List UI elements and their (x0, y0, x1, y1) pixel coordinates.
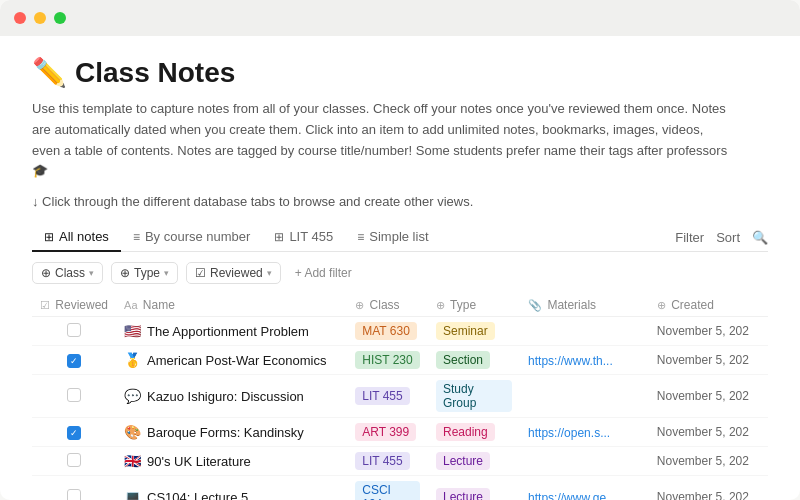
row-emoji: 💬 (124, 388, 141, 404)
table-row[interactable]: 🇬🇧90's UK LiteratureLIT 455LectureNovemb… (32, 447, 768, 476)
table-row[interactable]: 🥇American Post-War EconomicsHIST 230Sect… (32, 346, 768, 375)
reviewed-filter-caret: ▾ (267, 268, 272, 278)
materials-cell: https://www.th... (520, 346, 649, 375)
type-header-icon: ⊕ (436, 299, 445, 311)
toolbar-right: Filter Sort 🔍 (675, 230, 768, 245)
row-name: The Apportionment Problem (147, 324, 309, 339)
materials-link[interactable]: https://open.s... (528, 426, 610, 440)
reviewed-checkbox[interactable] (67, 426, 81, 440)
row-name: Baroque Forms: Kandinsky (147, 425, 304, 440)
class-tag: CSCI 104 (355, 481, 420, 500)
type-tag: Reading (436, 423, 495, 441)
sort-button[interactable]: Sort (716, 230, 740, 245)
reviewed-cell (32, 476, 116, 500)
th-name: Aa Name (116, 294, 347, 317)
name-cell[interactable]: 🥇American Post-War Economics (116, 346, 347, 375)
materials-cell (520, 317, 649, 346)
filter-button[interactable]: Filter (675, 230, 704, 245)
type-filter[interactable]: ⊕ Type ▾ (111, 262, 178, 284)
th-created: ⊕ Created (649, 294, 768, 317)
class-cell: MAT 630 (347, 317, 428, 346)
name-cell[interactable]: 💻CS104: Lecture 5 (116, 476, 347, 500)
row-name: 90's UK Literature (147, 454, 251, 469)
table-row[interactable]: 🇺🇸The Apportionment ProblemMAT 630Semina… (32, 317, 768, 346)
reviewed-filter[interactable]: ☑ Reviewed ▾ (186, 262, 281, 284)
class-cell: ART 399 (347, 418, 428, 447)
tab-by-course[interactable]: ≡ By course number (121, 223, 263, 252)
materials-cell: https://open.s... (520, 418, 649, 447)
minimize-button[interactable] (34, 12, 46, 24)
tab-lit455-icon: ⊞ (274, 230, 284, 244)
type-cell: Lecture (428, 447, 520, 476)
th-type: ⊕ Type (428, 294, 520, 317)
page-title-container: ✏️ Class Notes (32, 56, 768, 89)
type-tag: Study Group (436, 380, 512, 412)
name-cell[interactable]: 🇺🇸The Apportionment Problem (116, 317, 347, 346)
tabs-bar: ⊞ All notes ≡ By course number ⊞ LIT 455… (32, 223, 768, 252)
table-row[interactable]: 🎨Baroque Forms: KandinskyART 399Readingh… (32, 418, 768, 447)
name-cell[interactable]: 🇬🇧90's UK Literature (116, 447, 347, 476)
created-cell: November 5, 202 (649, 317, 768, 346)
class-cell: CSCI 104 (347, 476, 428, 500)
page-description: Use this template to capture notes from … (32, 99, 732, 182)
type-cell: Section (428, 346, 520, 375)
titlebar (0, 0, 800, 36)
created-cell: November 5, 202 (649, 418, 768, 447)
class-cell: HIST 230 (347, 346, 428, 375)
table-row[interactable]: 💻CS104: Lecture 5CSCI 104Lecturehttps://… (32, 476, 768, 500)
reviewed-cell (32, 447, 116, 476)
maximize-button[interactable] (54, 12, 66, 24)
tab-simple-list-icon: ≡ (357, 230, 364, 244)
name-cell[interactable]: 🎨Baroque Forms: Kandinsky (116, 418, 347, 447)
created-cell: November 5, 202 (649, 476, 768, 500)
class-tag: MAT 630 (355, 322, 417, 340)
reviewed-checkbox[interactable] (67, 453, 81, 467)
class-tag: LIT 455 (355, 452, 409, 470)
row-emoji: 🇺🇸 (124, 323, 141, 339)
th-reviewed: ☑ Reviewed (32, 294, 116, 317)
reviewed-cell (32, 346, 116, 375)
reviewed-checkbox[interactable] (67, 354, 81, 368)
reviewed-checkbox[interactable] (67, 489, 81, 500)
table-header-row: ☑ Reviewed Aa Name ⊕ Class ⊕ Type 📎 M (32, 294, 768, 317)
materials-link[interactable]: https://www.th... (528, 354, 613, 368)
type-cell: Seminar (428, 317, 520, 346)
tab-simple-list[interactable]: ≡ Simple list (345, 223, 440, 252)
row-name: CS104: Lecture 5 (147, 490, 248, 500)
class-filter[interactable]: ⊕ Class ▾ (32, 262, 103, 284)
page-instruction: ↓ Click through the different database t… (32, 194, 768, 209)
tab-lit455[interactable]: ⊞ LIT 455 (262, 223, 345, 252)
type-filter-caret: ▾ (164, 268, 169, 278)
reviewed-filter-icon: ☑ (195, 266, 206, 280)
tab-all-notes[interactable]: ⊞ All notes (32, 223, 121, 252)
created-cell: November 5, 202 (649, 346, 768, 375)
reviewed-cell (32, 375, 116, 418)
class-filter-caret: ▾ (89, 268, 94, 278)
close-button[interactable] (14, 12, 26, 24)
name-cell[interactable]: 💬Kazuo Ishiguro: Discussion (116, 375, 347, 418)
materials-cell (520, 375, 649, 418)
row-name: Kazuo Ishiguro: Discussion (147, 389, 304, 404)
search-icon[interactable]: 🔍 (752, 230, 768, 245)
row-emoji: 🎨 (124, 424, 141, 440)
class-tag: HIST 230 (355, 351, 419, 369)
type-tag: Lecture (436, 488, 490, 500)
materials-link[interactable]: https://www.ge... (528, 491, 616, 500)
reviewed-header-icon: ☑ (40, 299, 50, 311)
row-name: American Post-War Economics (147, 353, 326, 368)
table-row[interactable]: 💬Kazuo Ishiguro: DiscussionLIT 455Study … (32, 375, 768, 418)
add-filter-button[interactable]: + Add filter (289, 263, 358, 283)
reviewed-checkbox[interactable] (67, 323, 81, 337)
type-tag: Section (436, 351, 490, 369)
class-header-icon: ⊕ (355, 299, 364, 311)
class-cell: LIT 455 (347, 447, 428, 476)
row-emoji: 💻 (124, 489, 141, 500)
tab-by-course-icon: ≡ (133, 230, 140, 244)
class-cell: LIT 455 (347, 375, 428, 418)
reviewed-checkbox[interactable] (67, 388, 81, 402)
class-tag: LIT 455 (355, 387, 409, 405)
reviewed-cell (32, 418, 116, 447)
type-tag: Seminar (436, 322, 495, 340)
tab-all-notes-icon: ⊞ (44, 230, 54, 244)
type-cell: Lecture (428, 476, 520, 500)
